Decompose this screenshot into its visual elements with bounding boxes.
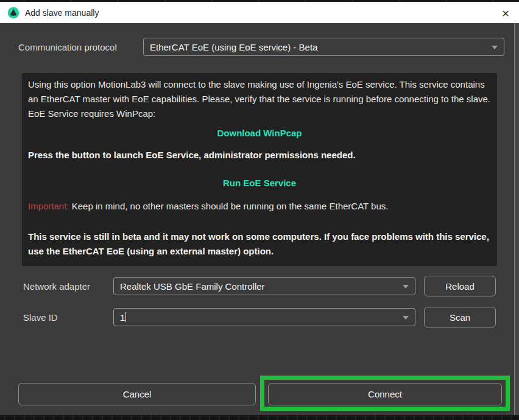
motionlab-app-icon (7, 7, 19, 19)
chevron-down-icon (403, 285, 409, 289)
protocol-label: Communication protocol (18, 42, 117, 52)
network-adapter-value: Realtek USB GbE Family Controller (120, 281, 265, 292)
info-box: Using this option MotionLab3 will connec… (22, 73, 497, 266)
slave-id-label: Slave ID (23, 312, 58, 323)
dialog-body: Communication protocol EtherCAT EoE (usi… (0, 23, 519, 415)
beta-warning-text: This service is still in beta and it may… (28, 229, 491, 259)
press-button-text: Press the button to launch EoE Service, … (28, 148, 491, 163)
chevron-down-icon (492, 46, 498, 49)
chevron-down-icon (403, 316, 409, 320)
reload-button[interactable]: Reload (424, 276, 496, 296)
slave-id-input[interactable]: 1 (113, 308, 415, 326)
dialog-titlebar: Add slave manually ✕ (0, 2, 519, 23)
connect-button[interactable]: Connect (268, 383, 502, 405)
screen: Add slave manually ✕ Communication proto… (0, 0, 519, 420)
cancel-button[interactable]: Cancel (18, 383, 256, 405)
important-label: Important: (28, 201, 69, 211)
important-line: Important: Keep in mind, no other master… (28, 199, 491, 214)
run-eoe-service-link[interactable]: Run EoE Service (28, 177, 491, 189)
desktop-edge-bottom (0, 415, 519, 420)
important-text: Keep in mind, no other masters should be… (69, 201, 389, 211)
network-adapter-label: Network adapter (23, 281, 90, 292)
protocol-select-value: EtherCAT EoE (using EoE service) - Beta (150, 42, 317, 52)
desktop-edge-right (515, 23, 519, 415)
dialog-title: Add slave manually (25, 8, 99, 18)
network-adapter-select[interactable]: Realtek USB GbE Family Controller (113, 277, 415, 295)
close-icon[interactable]: ✕ (499, 7, 512, 20)
scan-button[interactable]: Scan (424, 307, 496, 327)
download-winpcap-link[interactable]: Download WinPcap (28, 127, 491, 139)
slave-id-value: 1 (120, 312, 125, 323)
protocol-select[interactable]: EtherCAT EoE (using EoE service) - Beta (143, 38, 504, 56)
info-intro-text: Using this option MotionLab3 will connec… (28, 77, 491, 121)
text-caret (125, 312, 126, 322)
